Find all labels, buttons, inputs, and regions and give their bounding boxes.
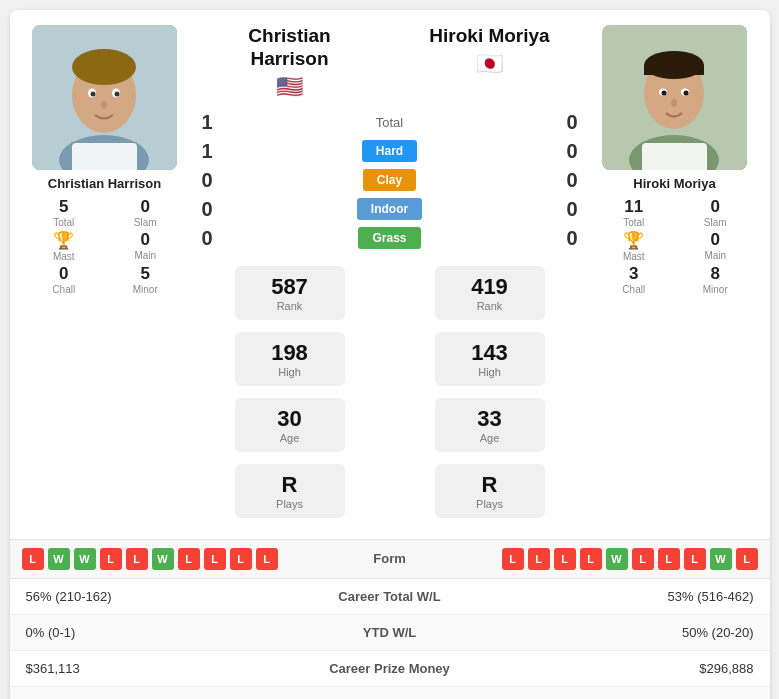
form-pill: W xyxy=(710,548,732,570)
stat-left-value: $361,113 xyxy=(26,661,290,676)
left-stat-chall: 0 Chall xyxy=(27,264,101,295)
left-high-block: 198 High xyxy=(235,332,345,386)
right-player-stats: 11 Total 0 Slam 🏆 Mast 0 Main 3 Chall xyxy=(597,197,752,295)
svg-point-6 xyxy=(91,92,96,97)
clay-score-row: 0 Clay 0 xyxy=(190,169,590,192)
right-stat-slam: 0 Slam xyxy=(679,197,753,228)
right-plays-block: R Plays xyxy=(435,464,545,518)
form-pill: L xyxy=(684,548,706,570)
right-stat-minor: 8 Minor xyxy=(679,264,753,295)
left-rank-block: 587 Rank xyxy=(235,266,345,320)
stats-row: 56% (210-162) Career Total W/L 53% (516-… xyxy=(10,579,770,615)
stat-label: YTD W/L xyxy=(290,625,490,640)
form-pill: L xyxy=(100,548,122,570)
right-stat-main: 0 Main xyxy=(679,230,753,262)
center-column: Christian Harrison 🇺🇸 Hiroki Moriya 🇯🇵 1… xyxy=(190,25,590,521)
hard-score-row: 1 Hard 0 xyxy=(190,140,590,163)
form-pill: L xyxy=(126,548,148,570)
left-stat-total: 5 Total xyxy=(27,197,101,228)
left-player-photo xyxy=(32,25,177,170)
left-player-flag: 🇺🇸 xyxy=(190,74,390,100)
svg-rect-9 xyxy=(72,143,137,170)
svg-point-3 xyxy=(72,49,136,85)
stat-label: Career Total W/L xyxy=(290,589,490,604)
form-section: LWWLLWLLLL Form LLLLWLLLWL xyxy=(10,539,770,578)
form-pill: L xyxy=(502,548,524,570)
left-form-pills: LWWLLWLLLL xyxy=(22,548,330,570)
left-player-column: Christian Harrison 5 Total 0 Slam 🏆 Mast… xyxy=(20,25,190,295)
form-pill: L xyxy=(580,548,602,570)
right-stat-total: 11 Total xyxy=(597,197,671,228)
form-pill: L xyxy=(204,548,226,570)
stats-row: 0 YTD Titles 0 xyxy=(10,687,770,699)
form-pill: L xyxy=(658,548,680,570)
stat-right-value: 53% (516-462) xyxy=(490,589,754,604)
form-pill: L xyxy=(230,548,252,570)
form-pill: L xyxy=(736,548,758,570)
stat-right-value: $296,888 xyxy=(490,661,754,676)
stats-row: $361,113 Career Prize Money $296,888 xyxy=(10,651,770,687)
grass-score-row: 0 Grass 0 xyxy=(190,227,590,250)
svg-point-17 xyxy=(662,91,667,96)
svg-point-18 xyxy=(684,91,689,96)
left-plays-block: R Plays xyxy=(235,464,345,518)
form-pill: W xyxy=(152,548,174,570)
right-player-photo xyxy=(602,25,747,170)
form-pill: W xyxy=(74,548,96,570)
stats-row: 0% (0-1) YTD W/L 50% (20-20) xyxy=(10,615,770,651)
stat-left-value: 0% (0-1) xyxy=(26,625,290,640)
left-stat-minor: 5 Minor xyxy=(109,264,183,295)
svg-point-7 xyxy=(115,92,120,97)
stat-left-value: 56% (210-162) xyxy=(26,589,290,604)
left-player-header-name: Christian Harrison xyxy=(190,25,390,71)
form-pill: L xyxy=(178,548,200,570)
stat-label: Career Prize Money xyxy=(290,661,490,676)
svg-rect-14 xyxy=(644,65,704,75)
form-pill: W xyxy=(48,548,70,570)
form-pill: L xyxy=(632,548,654,570)
left-player-name: Christian Harrison xyxy=(48,176,161,191)
stats-table: 56% (210-162) Career Total W/L 53% (516-… xyxy=(10,578,770,699)
left-age-block: 30 Age xyxy=(235,398,345,452)
form-pill: L xyxy=(528,548,550,570)
form-pill: W xyxy=(606,548,628,570)
form-pill: L xyxy=(554,548,576,570)
right-rank-block: 419 Rank xyxy=(435,266,545,320)
right-player-flag: 🇯🇵 xyxy=(390,51,590,77)
left-stat-slam: 0 Slam xyxy=(109,197,183,228)
svg-point-8 xyxy=(101,101,107,109)
left-stat-main: 0 Main xyxy=(109,230,183,262)
indoor-score-row: 0 Indoor 0 xyxy=(190,198,590,221)
svg-rect-20 xyxy=(642,143,707,170)
right-stat-chall: 3 Chall xyxy=(597,264,671,295)
left-player-stats: 5 Total 0 Slam 🏆 Mast 0 Main 0 Chall xyxy=(27,197,182,295)
svg-point-19 xyxy=(671,99,677,107)
right-age-block: 33 Age xyxy=(435,398,545,452)
right-form-pills: LLLLWLLLWL xyxy=(450,548,758,570)
right-player-column: Hiroki Moriya 11 Total 0 Slam 🏆 Mast 0 M… xyxy=(590,25,760,295)
left-stat-mast: 🏆 Mast xyxy=(27,230,101,262)
player-comparison-section: Christian Harrison 5 Total 0 Slam 🏆 Mast… xyxy=(10,10,770,531)
right-stat-mast: 🏆 Mast xyxy=(597,230,671,262)
right-high-block: 143 High xyxy=(435,332,545,386)
right-player-header-name: Hiroki Moriya xyxy=(390,25,590,48)
right-player-name: Hiroki Moriya xyxy=(633,176,715,191)
form-pill: L xyxy=(256,548,278,570)
stat-right-value: 50% (20-20) xyxy=(490,625,754,640)
total-score-row: 1 Total 0 xyxy=(190,111,590,134)
form-pill: L xyxy=(22,548,44,570)
form-label: Form xyxy=(330,551,450,566)
